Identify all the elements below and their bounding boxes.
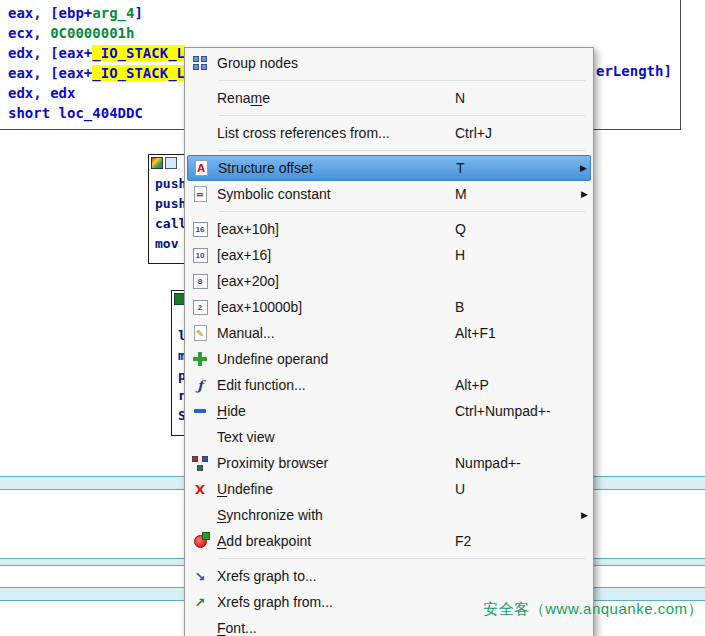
- menu-item-shortcut: U: [455, 481, 576, 497]
- menu-item-label: Hide: [217, 403, 455, 419]
- menu-separator: [219, 115, 585, 116]
- menu-item-proximity-browser[interactable]: Proximity browserNumpad+-: [185, 450, 593, 476]
- pencil-icon: ✎: [189, 324, 211, 342]
- icon-placeholder: [189, 428, 211, 446]
- menu-item-label: Synchronize with: [217, 507, 455, 523]
- menu-item-shortcut: H: [455, 247, 576, 263]
- menu-item-label: [eax+16]: [217, 247, 455, 263]
- menu-item-shortcut: B: [455, 299, 576, 315]
- menu-item-label: Structure offset: [218, 160, 456, 176]
- menu-item-label: Symbolic constant: [217, 186, 455, 202]
- menu-item-label: [eax+10000b]: [217, 299, 455, 315]
- menu-item-label: Text view: [217, 429, 455, 445]
- menu-separator: [219, 150, 585, 151]
- screen: eax, [ebp+arg_4]ecx, 0C0000001hedx, [eax…: [0, 0, 705, 636]
- disassembly-right-fragment: erLength]: [596, 63, 672, 83]
- binary-base-icon: 2: [189, 298, 211, 316]
- disassembly-lines: eax, [ebp+arg_4]ecx, 0C0000001hedx, [eax…: [8, 3, 185, 123]
- icon-placeholder: [189, 506, 211, 524]
- menu-item-symbolic-constant[interactable]: =Symbolic constantM▶: [185, 181, 593, 207]
- symbolic-constant-icon: =: [189, 185, 211, 203]
- menu-item-shortcut: Q: [455, 221, 576, 237]
- menu-item-edit-function[interactable]: ƒEdit function...Alt+P: [185, 372, 593, 398]
- asm-line[interactable]: short loc_404DDC: [8, 103, 185, 123]
- menu-item-shortcut: M: [455, 186, 576, 202]
- menu-item-eax-16[interactable]: 10[eax+16]H: [185, 242, 593, 268]
- menu-item-label: Group nodes: [217, 55, 455, 71]
- menu-item-add-breakpoint[interactable]: Add breakpointF2: [185, 528, 593, 554]
- graph-view-icon: [151, 157, 163, 169]
- breakpoint-icon: [189, 532, 211, 550]
- green-plus-icon: [189, 350, 211, 368]
- menu-item-label: Xrefs graph to...: [217, 568, 455, 584]
- menu-item-shortcut: Ctrl+Numpad+-: [455, 403, 576, 419]
- menu-item-hide[interactable]: HideCtrl+Numpad+-: [185, 398, 593, 424]
- menu-item-structure-offset[interactable]: AStructure offsetT▶: [187, 155, 591, 181]
- highlighted-token: _IO_STACK_L: [92, 45, 185, 61]
- menu-separator: [219, 211, 585, 212]
- menu-item-eax-20o[interactable]: 8[eax+20o]: [185, 268, 593, 294]
- submenu-arrow-icon: ▶: [576, 510, 588, 520]
- asm-line[interactable]: eax, [eax+_IO_STACK_L: [8, 63, 185, 83]
- menu-item-label: List cross references from...: [217, 125, 455, 141]
- menu-item-xrefs-graph-to[interactable]: ↘Xrefs graph to...: [185, 563, 593, 589]
- icon-placeholder: [189, 619, 211, 636]
- menu-item-label: Rename: [217, 90, 455, 106]
- menu-item-label: [eax+20o]: [217, 273, 455, 289]
- menu-item-label: Manual...: [217, 325, 455, 341]
- menu-item-shortcut: F2: [455, 533, 576, 549]
- menu-item-group-nodes[interactable]: Group nodes: [185, 50, 593, 76]
- menu-item-label: Undefine: [217, 481, 455, 497]
- menu-item-shortcut: Alt+F1: [455, 325, 576, 341]
- menu-item-label: Font...: [217, 620, 455, 636]
- context-menu: Group nodesRenameNList cross references …: [184, 47, 594, 636]
- watermark-text: 安全客（www.anquanke.com）: [483, 600, 703, 619]
- window-icon: [165, 157, 177, 169]
- asm-line[interactable]: ecx, 0C0000001h: [8, 23, 185, 43]
- asm-line[interactable]: edx, [eax+_IO_STACK_L: [8, 43, 185, 63]
- hide-minus-icon: [189, 402, 211, 420]
- menu-item-label: [eax+10h]: [217, 221, 455, 237]
- proximity-graph-icon: [189, 454, 211, 472]
- asm-line[interactable]: edx, edx: [8, 83, 185, 103]
- red-x-icon: X: [189, 480, 211, 498]
- icon-placeholder: [189, 124, 211, 142]
- group-nodes-icon: [189, 54, 211, 72]
- menu-item-rename[interactable]: RenameN: [185, 85, 593, 111]
- function-icon: ƒ: [189, 376, 211, 394]
- menu-item-eax-10h[interactable]: 16[eax+10h]Q: [185, 216, 593, 242]
- menu-item-list-cross-references-from[interactable]: List cross references from...Ctrl+J: [185, 120, 593, 146]
- submenu-arrow-icon: ▶: [575, 163, 587, 173]
- menu-separator: [219, 80, 585, 81]
- menu-separator: [219, 558, 585, 559]
- menu-item-undefine[interactable]: XUndefineU: [185, 476, 593, 502]
- octal-base-icon: 8: [189, 272, 211, 290]
- menu-item-shortcut: T: [456, 160, 575, 176]
- menu-item-synchronize-with[interactable]: Synchronize with▶: [185, 502, 593, 528]
- menu-item-shortcut: Ctrl+J: [455, 125, 576, 141]
- menu-item-label: Add breakpoint: [217, 533, 455, 549]
- arrow-down-right-icon: ↘: [189, 567, 211, 585]
- asm-line[interactable]: eax, [ebp+arg_4]: [8, 3, 185, 23]
- menu-item-label: Xrefs graph from...: [217, 594, 455, 610]
- menu-item-shortcut: Alt+P: [455, 377, 576, 393]
- menu-item-label: Edit function...: [217, 377, 455, 393]
- menu-item-shortcut: Numpad+-: [455, 455, 576, 471]
- menu-item-manual[interactable]: ✎Manual...Alt+F1: [185, 320, 593, 346]
- highlighted-token: _IO_STACK_L: [92, 65, 185, 81]
- decimal-base-icon: 10: [189, 246, 211, 264]
- menu-item-text-view[interactable]: Text view: [185, 424, 593, 450]
- arrow-up-right-icon: ↗: [189, 593, 211, 611]
- menu-item-eax-10000b[interactable]: 2[eax+10000b]B: [185, 294, 593, 320]
- submenu-arrow-icon: ▶: [576, 189, 588, 199]
- menu-item-shortcut: N: [455, 90, 576, 106]
- menu-item-label: Proximity browser: [217, 455, 455, 471]
- icon-placeholder: [189, 89, 211, 107]
- structure-offset-icon: A: [190, 159, 212, 177]
- hex-base-icon: 16: [189, 220, 211, 238]
- menu-item-undefine-operand[interactable]: Undefine operand: [185, 346, 593, 372]
- menu-item-label: Undefine operand: [217, 351, 455, 367]
